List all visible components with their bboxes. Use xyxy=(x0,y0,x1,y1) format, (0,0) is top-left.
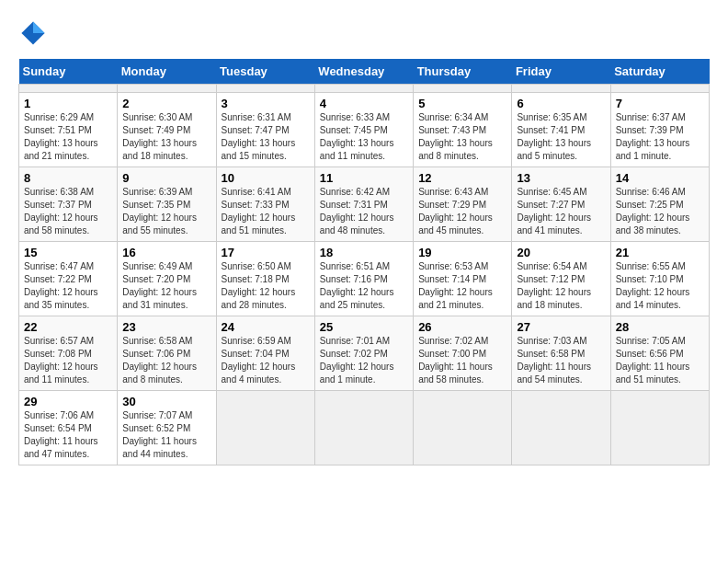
logo xyxy=(18,26,46,50)
weekday-header-row: SundayMondayTuesdayWednesdayThursdayFrid… xyxy=(19,59,710,85)
calendar-cell: 7Sunrise: 6:37 AM Sunset: 7:39 PM Daylig… xyxy=(610,93,709,167)
calendar-cell: 4Sunrise: 6:33 AM Sunset: 7:45 PM Daylig… xyxy=(314,93,413,167)
calendar-cell: 25Sunrise: 7:01 AM Sunset: 7:02 PM Dayli… xyxy=(314,316,413,391)
calendar-cell: 11Sunrise: 6:42 AM Sunset: 7:31 PM Dayli… xyxy=(314,167,413,242)
day-detail: Sunrise: 7:01 AM Sunset: 7:02 PM Dayligh… xyxy=(320,335,408,386)
calendar-cell: 27Sunrise: 7:03 AM Sunset: 6:58 PM Dayli… xyxy=(512,316,610,391)
calendar-cell: 15Sunrise: 6:47 AM Sunset: 7:22 PM Dayli… xyxy=(19,242,118,316)
calendar-cell: 1Sunrise: 6:29 AM Sunset: 7:51 PM Daylig… xyxy=(19,93,118,167)
day-detail: Sunrise: 6:49 AM Sunset: 7:20 PM Dayligh… xyxy=(122,260,210,312)
calendar-table: SundayMondayTuesdayWednesdayThursdayFrid… xyxy=(18,59,710,465)
day-detail: Sunrise: 6:31 AM Sunset: 7:47 PM Dayligh… xyxy=(222,111,310,163)
day-number: 29 xyxy=(24,395,112,408)
calendar-cell xyxy=(512,85,610,93)
weekday-header: Sunday xyxy=(19,59,118,85)
day-detail: Sunrise: 6:54 AM Sunset: 7:12 PM Dayligh… xyxy=(517,260,605,312)
weekday-header: Tuesday xyxy=(216,59,314,85)
day-detail: Sunrise: 6:50 AM Sunset: 7:18 PM Dayligh… xyxy=(222,260,310,312)
day-detail: Sunrise: 6:57 AM Sunset: 7:08 PM Dayligh… xyxy=(24,335,112,386)
calendar-cell xyxy=(314,391,413,465)
calendar-cell: 30Sunrise: 7:07 AM Sunset: 6:52 PM Dayli… xyxy=(118,391,216,465)
calendar-cell: 17Sunrise: 6:50 AM Sunset: 7:18 PM Dayli… xyxy=(216,242,314,316)
day-number: 25 xyxy=(320,320,408,334)
day-detail: Sunrise: 6:59 AM Sunset: 7:04 PM Dayligh… xyxy=(222,335,310,386)
calendar-cell xyxy=(610,391,709,465)
svg-marker-1 xyxy=(33,21,45,33)
day-number: 30 xyxy=(122,395,210,408)
calendar-cell: 20Sunrise: 6:54 AM Sunset: 7:12 PM Dayli… xyxy=(512,242,610,316)
calendar-week-row: 15Sunrise: 6:47 AM Sunset: 7:22 PM Dayli… xyxy=(19,242,710,316)
day-number: 3 xyxy=(222,97,310,110)
calendar-cell xyxy=(512,391,610,465)
calendar-cell: 18Sunrise: 6:51 AM Sunset: 7:16 PM Dayli… xyxy=(314,242,413,316)
day-number: 28 xyxy=(616,320,704,334)
calendar-cell: 5Sunrise: 6:34 AM Sunset: 7:43 PM Daylig… xyxy=(414,93,512,167)
day-number: 12 xyxy=(418,171,506,185)
page-header xyxy=(18,18,710,50)
calendar-cell xyxy=(118,85,216,93)
day-detail: Sunrise: 6:42 AM Sunset: 7:31 PM Dayligh… xyxy=(320,186,408,237)
calendar-cell: 8Sunrise: 6:38 AM Sunset: 7:37 PM Daylig… xyxy=(19,167,118,242)
calendar-week-row: 1Sunrise: 6:29 AM Sunset: 7:51 PM Daylig… xyxy=(19,93,710,167)
day-detail: Sunrise: 6:37 AM Sunset: 7:39 PM Dayligh… xyxy=(616,111,704,163)
day-detail: Sunrise: 6:35 AM Sunset: 7:41 PM Dayligh… xyxy=(517,111,605,163)
calendar-cell xyxy=(414,85,512,93)
calendar-cell: 22Sunrise: 6:57 AM Sunset: 7:08 PM Dayli… xyxy=(19,316,118,391)
day-number: 23 xyxy=(122,320,210,334)
calendar-cell: 2Sunrise: 6:30 AM Sunset: 7:49 PM Daylig… xyxy=(118,93,216,167)
weekday-header: Friday xyxy=(512,59,610,85)
day-detail: Sunrise: 6:43 AM Sunset: 7:29 PM Dayligh… xyxy=(418,186,506,237)
weekday-header: Saturday xyxy=(610,59,709,85)
day-detail: Sunrise: 6:58 AM Sunset: 7:06 PM Dayligh… xyxy=(122,335,210,386)
day-detail: Sunrise: 7:05 AM Sunset: 6:56 PM Dayligh… xyxy=(616,335,704,386)
calendar-cell: 23Sunrise: 6:58 AM Sunset: 7:06 PM Dayli… xyxy=(118,316,216,391)
calendar-cell xyxy=(216,391,314,465)
day-detail: Sunrise: 6:53 AM Sunset: 7:14 PM Dayligh… xyxy=(418,260,506,312)
calendar-cell xyxy=(414,391,512,465)
calendar-cell: 26Sunrise: 7:02 AM Sunset: 7:00 PM Dayli… xyxy=(414,316,512,391)
day-detail: Sunrise: 7:07 AM Sunset: 6:52 PM Dayligh… xyxy=(122,409,210,461)
day-number: 1 xyxy=(24,97,112,110)
calendar-cell: 14Sunrise: 6:46 AM Sunset: 7:25 PM Dayli… xyxy=(610,167,709,242)
day-number: 6 xyxy=(517,97,605,110)
day-number: 24 xyxy=(222,320,310,334)
calendar-cell: 29Sunrise: 7:06 AM Sunset: 6:54 PM Dayli… xyxy=(19,391,118,465)
calendar-cell: 19Sunrise: 6:53 AM Sunset: 7:14 PM Dayli… xyxy=(414,242,512,316)
day-number: 20 xyxy=(517,246,605,259)
day-number: 13 xyxy=(517,171,605,185)
calendar-cell: 16Sunrise: 6:49 AM Sunset: 7:20 PM Dayli… xyxy=(118,242,216,316)
calendar-cell xyxy=(314,85,413,93)
day-number: 27 xyxy=(517,320,605,334)
day-number: 5 xyxy=(418,97,506,110)
calendar-cell: 28Sunrise: 7:05 AM Sunset: 6:56 PM Dayli… xyxy=(610,316,709,391)
day-detail: Sunrise: 6:45 AM Sunset: 7:27 PM Dayligh… xyxy=(517,186,605,237)
calendar-cell: 6Sunrise: 6:35 AM Sunset: 7:41 PM Daylig… xyxy=(512,93,610,167)
calendar-cell: 21Sunrise: 6:55 AM Sunset: 7:10 PM Dayli… xyxy=(610,242,709,316)
day-number: 11 xyxy=(320,171,408,185)
calendar-cell: 3Sunrise: 6:31 AM Sunset: 7:47 PM Daylig… xyxy=(216,93,314,167)
day-number: 4 xyxy=(320,97,408,110)
day-detail: Sunrise: 6:51 AM Sunset: 7:16 PM Dayligh… xyxy=(320,260,408,312)
day-detail: Sunrise: 6:29 AM Sunset: 7:51 PM Dayligh… xyxy=(24,111,112,163)
day-detail: Sunrise: 6:34 AM Sunset: 7:43 PM Dayligh… xyxy=(418,111,506,163)
calendar-cell: 12Sunrise: 6:43 AM Sunset: 7:29 PM Dayli… xyxy=(414,167,512,242)
day-detail: Sunrise: 7:03 AM Sunset: 6:58 PM Dayligh… xyxy=(517,335,605,386)
logo-icon xyxy=(20,20,46,46)
calendar-cell xyxy=(216,85,314,93)
weekday-header: Thursday xyxy=(414,59,512,85)
day-number: 10 xyxy=(222,171,310,185)
day-number: 9 xyxy=(122,171,210,185)
day-detail: Sunrise: 6:46 AM Sunset: 7:25 PM Dayligh… xyxy=(616,186,704,237)
day-detail: Sunrise: 6:41 AM Sunset: 7:33 PM Dayligh… xyxy=(222,186,310,237)
day-number: 15 xyxy=(24,246,112,259)
day-detail: Sunrise: 6:39 AM Sunset: 7:35 PM Dayligh… xyxy=(122,186,210,237)
day-number: 21 xyxy=(616,246,704,259)
day-detail: Sunrise: 7:02 AM Sunset: 7:00 PM Dayligh… xyxy=(418,335,506,386)
day-number: 8 xyxy=(24,171,112,185)
day-number: 22 xyxy=(24,320,112,334)
day-detail: Sunrise: 6:30 AM Sunset: 7:49 PM Dayligh… xyxy=(122,111,210,163)
calendar-cell: 9Sunrise: 6:39 AM Sunset: 7:35 PM Daylig… xyxy=(118,167,216,242)
calendar-cell xyxy=(19,85,118,93)
day-number: 16 xyxy=(122,246,210,259)
weekday-header: Monday xyxy=(118,59,216,85)
